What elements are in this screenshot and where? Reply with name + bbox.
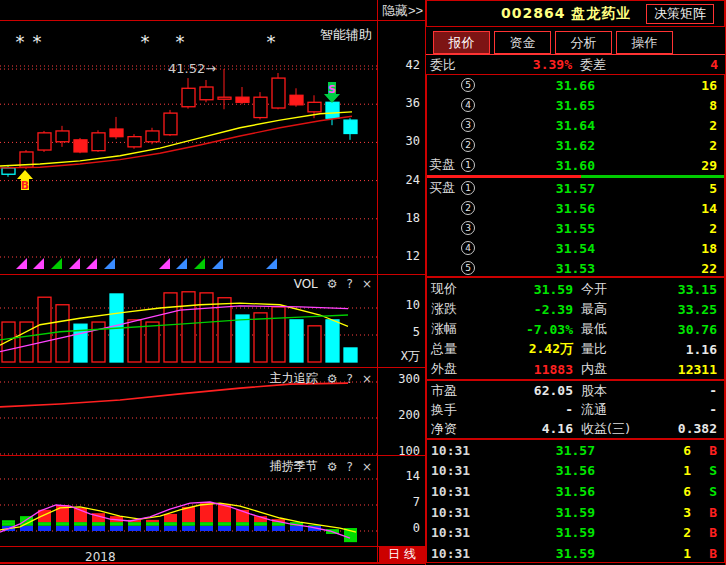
bolao-pane-title: 捕捞季节 bbox=[270, 458, 318, 475]
stat-label: 市盈 bbox=[431, 382, 493, 400]
level-number: 2 bbox=[461, 138, 475, 152]
tick-price: 31.59 bbox=[493, 505, 595, 520]
buy-level-row[interactable]: 431.5418 bbox=[427, 238, 724, 258]
level-quantity: 22 bbox=[595, 261, 717, 276]
stat-label: 收益(三) bbox=[573, 420, 657, 438]
tab-2[interactable]: 分析 bbox=[555, 31, 612, 54]
period-daily-badge[interactable]: 日 线 bbox=[379, 546, 425, 563]
sell-level-row[interactable]: 331.642 bbox=[427, 115, 724, 135]
stat-row: 现价31.59今开33.15 bbox=[427, 279, 724, 299]
weibi-value: 3.39% bbox=[490, 57, 572, 72]
tick-price: 31.59 bbox=[493, 546, 595, 561]
axis-label: 36 bbox=[380, 96, 420, 110]
svg-text:S: S bbox=[328, 83, 336, 96]
buy-level-row[interactable]: 231.5614 bbox=[427, 198, 724, 218]
level-price: 31.57 bbox=[483, 181, 595, 196]
pane-separator bbox=[0, 546, 425, 547]
buy-level-row[interactable]: 买盘131.575 bbox=[427, 178, 724, 198]
buy-sell-ratio-bar bbox=[427, 175, 724, 178]
stat-label: 量比 bbox=[573, 340, 657, 358]
help-icon[interactable]: ? bbox=[347, 373, 353, 385]
tick-side: B bbox=[691, 443, 717, 458]
sell-level-row[interactable]: 431.658 bbox=[427, 95, 724, 115]
axis-label: 5 bbox=[380, 325, 420, 339]
stat-value: 33.15 bbox=[657, 282, 717, 297]
axis-label: 42 bbox=[380, 58, 420, 72]
vol-pane-title: VOL bbox=[294, 277, 318, 291]
help-icon[interactable]: ? bbox=[347, 278, 353, 290]
tick-volume: 6 bbox=[595, 484, 691, 499]
quote-panel: 002864 盘龙药业 决策矩阵 报价资金分析操作 委比 3.39% 委差 4 … bbox=[425, 0, 726, 565]
tick-volume: 2 bbox=[595, 525, 691, 540]
level-number: 5 bbox=[461, 78, 475, 92]
chart-area: 智能辅助 *****41.52→BS VOL ⚙ ? × 主力追踪 ⚙ ? × … bbox=[0, 21, 377, 563]
axis-label: 0 bbox=[380, 521, 420, 535]
level-quantity: 14 bbox=[595, 201, 717, 216]
buy-level-row[interactable]: 331.552 bbox=[427, 218, 724, 238]
stat-row: 市盈62.05股本- bbox=[427, 381, 724, 400]
level-price: 31.56 bbox=[483, 201, 595, 216]
axis-label: 18 bbox=[380, 211, 420, 225]
tick-volume: 1 bbox=[595, 546, 691, 561]
close-icon[interactable]: × bbox=[362, 373, 372, 385]
buy-level-row[interactable]: 531.5322 bbox=[427, 258, 724, 277]
stat-label: 净资 bbox=[431, 420, 493, 438]
stat-label: 今开 bbox=[573, 280, 657, 298]
tab-3[interactable]: 操作 bbox=[616, 31, 673, 54]
stat-value: 31.59 bbox=[493, 282, 573, 297]
sell-level-row[interactable]: 231.622 bbox=[427, 135, 724, 155]
help-icon[interactable]: ? bbox=[347, 461, 353, 473]
level-quantity: 2 bbox=[595, 221, 717, 236]
stat-row: 涨跌-2.39最高33.25 bbox=[427, 299, 724, 319]
close-icon[interactable]: × bbox=[362, 278, 372, 290]
stat-row: 净资4.16收益(三)0.382 bbox=[427, 419, 724, 438]
tick-time: 10:31 bbox=[431, 505, 493, 520]
weibi-row: 委比 3.39% 委差 4 bbox=[426, 55, 725, 74]
tab-1[interactable]: 资金 bbox=[494, 31, 551, 54]
weicha-label: 委差 bbox=[572, 56, 652, 74]
stat-label: 总量 bbox=[431, 340, 493, 358]
pane-separator bbox=[0, 274, 425, 275]
weibi-label: 委比 bbox=[430, 56, 490, 74]
tab-0[interactable]: 报价 bbox=[433, 31, 490, 54]
sell-level-row[interactable]: 531.6616 bbox=[427, 75, 724, 95]
sell-ratio-segment bbox=[427, 175, 581, 178]
stat-value: - bbox=[493, 402, 573, 417]
stat-row: 外盘11883内盘12311 bbox=[427, 359, 724, 379]
weicha-value: 4 bbox=[652, 57, 718, 72]
stat-value: 62.05 bbox=[493, 383, 573, 398]
level-price: 31.54 bbox=[483, 241, 595, 256]
trading-terminal: 隐藏>> 智能辅助 *****41.52→BS VOL ⚙ ? × 主力追踪 ⚙… bbox=[0, 0, 726, 565]
tick-side: B bbox=[691, 546, 717, 561]
gear-icon[interactable]: ⚙ bbox=[327, 278, 338, 290]
close-icon[interactable]: × bbox=[362, 461, 372, 473]
axis-label: 7 bbox=[380, 495, 420, 509]
svg-text:*: * bbox=[176, 31, 185, 52]
tick-row: 10:3131.561S bbox=[427, 461, 724, 482]
stat-label: 最高 bbox=[573, 300, 657, 318]
sell-level-row[interactable]: 卖盘131.6029 bbox=[427, 155, 724, 175]
gear-icon[interactable]: ⚙ bbox=[327, 373, 338, 385]
stat-value: 0.382 bbox=[657, 421, 717, 436]
axis-label: 200 bbox=[380, 408, 420, 422]
stat-value: 30.76 bbox=[657, 322, 717, 337]
stat-value: 11883 bbox=[493, 362, 573, 377]
stat-label: 换手 bbox=[431, 401, 493, 419]
gear-icon[interactable]: ⚙ bbox=[327, 461, 338, 473]
axis-label: 10 bbox=[380, 298, 420, 312]
tick-time: 10:31 bbox=[431, 525, 493, 540]
svg-text:B: B bbox=[21, 179, 29, 192]
axis-label: 100 bbox=[380, 444, 420, 458]
zhuli-pane-title: 主力追踪 bbox=[270, 370, 318, 387]
level-number: 4 bbox=[461, 241, 475, 255]
decision-matrix-button[interactable]: 决策矩阵 bbox=[646, 4, 714, 24]
level-quantity: 2 bbox=[595, 138, 717, 153]
stat-row: 涨幅-7.03%最低30.76 bbox=[427, 319, 724, 339]
vol-pane-header: VOL ⚙ ? × bbox=[294, 277, 372, 291]
stat-value: 1.16 bbox=[657, 342, 717, 357]
level-price: 31.62 bbox=[483, 138, 595, 153]
tick-row: 10:3131.593B bbox=[427, 502, 724, 523]
tick-volume: 1 bbox=[595, 463, 691, 478]
tick-row: 10:3131.576B bbox=[427, 440, 724, 461]
axis-label: 14 bbox=[380, 469, 420, 483]
